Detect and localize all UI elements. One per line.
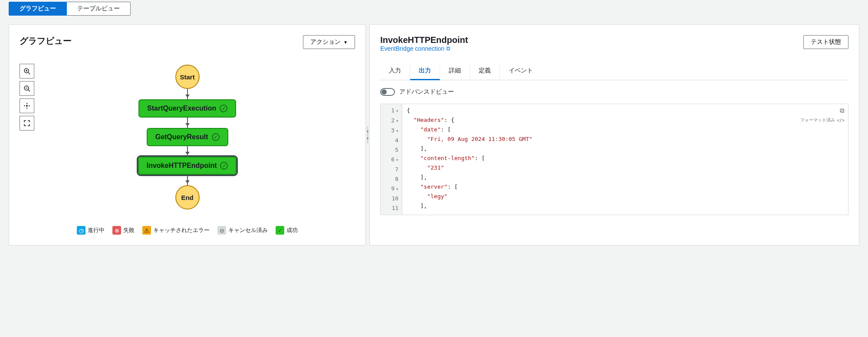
node-get-query-result[interactable]: GetQueryResult ✓ <box>147 128 228 146</box>
node-start-query-execution[interactable]: StartQueryExecution ✓ <box>138 99 236 118</box>
code-line: "content-length": [ <box>402 154 848 163</box>
code-line: "231" <box>402 163 848 173</box>
edge <box>187 118 188 128</box>
zoom-out-icon <box>23 85 30 92</box>
cancel-icon: ⊖ <box>217 226 226 235</box>
code-line: ], <box>402 144 848 154</box>
advanced-view-toggle[interactable] <box>380 88 395 96</box>
warning-icon: ⚠ <box>142 226 151 235</box>
success-check-icon: ✓ <box>212 133 220 141</box>
line-number: 5 <box>381 145 402 155</box>
start-node[interactable]: Start <box>175 65 200 89</box>
line-number: 4 <box>381 136 402 145</box>
code-line: "server": [ <box>402 182 848 192</box>
success-icon: ✓ <box>276 226 284 235</box>
external-link-icon: ⧉ <box>446 45 450 52</box>
node-label: InvokeHTTPEndpoint <box>147 162 217 170</box>
tab-definition[interactable]: 定義 <box>470 62 500 80</box>
line-number: 10 <box>381 194 402 203</box>
graph-panel-title: グラフビュー <box>20 35 72 47</box>
tab-details[interactable]: 詳細 <box>440 62 470 80</box>
line-number: 7 <box>381 165 402 174</box>
line-number: 3▾ <box>381 126 402 136</box>
tab-table-view[interactable]: テーブルビュー <box>67 2 131 16</box>
line-number: 1▾ <box>381 106 402 116</box>
legend-caught: ⚠ キャッチされたエラー <box>142 226 210 235</box>
code-gutter: 1▾2▾3▾456▾789▾1011 <box>381 104 402 215</box>
copy-button[interactable]: ⧉ <box>840 107 845 115</box>
svg-point-7 <box>26 105 28 107</box>
code-line: ], <box>402 173 848 182</box>
fail-icon: ⊗ <box>112 226 121 235</box>
legend-progress: ◷ 進行中 <box>77 226 105 235</box>
graph-panel: グラフビュー アクション ▼ <box>9 24 366 245</box>
formatted-label: フォーマット済み </> <box>800 117 845 123</box>
fullscreen-icon <box>23 120 30 127</box>
caret-down-icon: ▼ <box>343 40 348 45</box>
fullscreen-button[interactable] <box>20 116 34 131</box>
progress-icon: ◷ <box>77 226 85 235</box>
center-icon <box>23 102 30 109</box>
eventbridge-connection-link[interactable]: EventBridge connection ⧉ <box>380 45 450 52</box>
test-state-button[interactable]: テスト状態 <box>803 35 848 49</box>
zoom-out-button[interactable] <box>20 81 34 96</box>
legend-fail: ⊗ 失敗 <box>112 226 135 235</box>
legend-success: ✓ 成功 <box>276 226 298 235</box>
action-dropdown-button[interactable]: アクション ▼ <box>303 35 355 49</box>
code-line: "Headers": { <box>402 115 848 125</box>
code-line: "date": [ <box>402 125 848 134</box>
line-number: 6▾ <box>381 155 402 165</box>
advanced-view-label: アドバンスドビュー <box>399 88 454 96</box>
end-node[interactable]: End <box>175 185 200 209</box>
success-check-icon: ✓ <box>220 105 227 112</box>
center-button[interactable] <box>20 98 34 113</box>
zoom-in-icon <box>23 68 30 75</box>
line-number: 2▾ <box>381 116 402 126</box>
details-panel: InvokeHTTPEndpoint EventBridge connectio… <box>369 24 859 245</box>
view-mode-tabs: グラフビュー テーブルビュー <box>0 2 868 16</box>
edge <box>187 175 188 185</box>
code-line: "legy" <box>402 192 848 201</box>
code-line: { <box>402 106 848 115</box>
node-invoke-http-endpoint[interactable]: InvokeHTTPEndpoint ✓ <box>138 157 237 175</box>
tab-graph-view[interactable]: グラフビュー <box>9 2 67 16</box>
zoom-in-button[interactable] <box>20 64 34 79</box>
details-title: InvokeHTTPEndpoint <box>380 35 468 45</box>
code-line: ], <box>402 201 848 211</box>
detail-tabs: 入力 出力 詳細 定義 イベント <box>380 62 848 80</box>
legend: ◷ 進行中 ⊗ 失敗 ⚠ キャッチされたエラー ⊖ キャンセル済み ✓ 成功 <box>20 221 355 235</box>
code-viewer: 1▾2▾3▾456▾789▾1011 { "Headers": { "date"… <box>380 104 848 215</box>
node-label: GetQueryResult <box>155 133 208 141</box>
node-label: StartQueryExecution <box>147 105 216 112</box>
svg-line-1 <box>28 72 30 74</box>
tab-input[interactable]: 入力 <box>380 62 410 80</box>
code-icon: </> <box>837 118 845 123</box>
graph-toolbar <box>20 64 34 131</box>
code-body: { "Headers": { "date": [ "Fri, 09 Aug 20… <box>402 104 848 215</box>
line-number: 11 <box>381 203 402 213</box>
edge <box>187 146 188 157</box>
legend-cancel: ⊖ キャンセル済み <box>217 226 268 235</box>
code-line: "Fri, 09 Aug 2024 11:30:05 GMT" <box>402 134 848 144</box>
workflow-graph: Start StartQueryExecution ✓ GetQueryResu… <box>20 56 355 214</box>
tab-events[interactable]: イベント <box>500 62 542 80</box>
line-number: 9▾ <box>381 184 402 194</box>
tab-output[interactable]: 出力 <box>410 62 440 80</box>
line-number: 8 <box>381 174 402 184</box>
success-check-icon: ✓ <box>220 162 228 170</box>
edge <box>187 89 188 99</box>
panel-splitter[interactable] <box>366 24 369 245</box>
svg-line-5 <box>28 90 30 92</box>
